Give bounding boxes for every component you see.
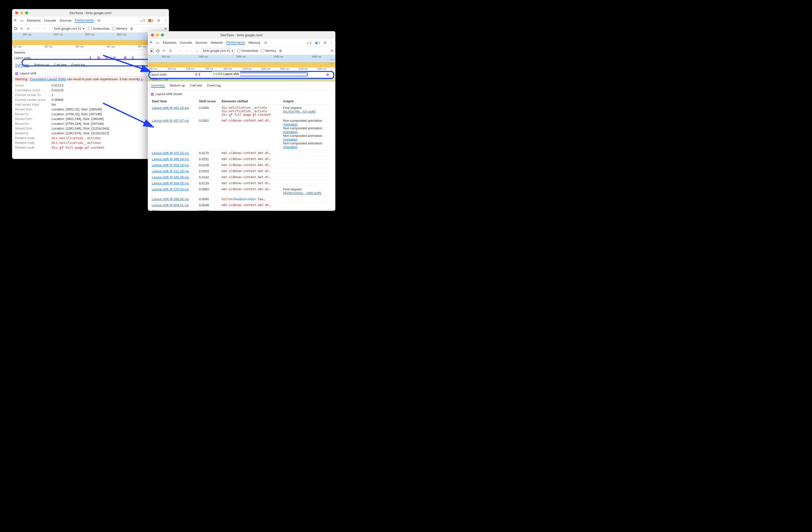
layout-shift-link[interactable]: Layout shift @ 503.26 ms [152, 163, 189, 167]
layout-shift-event[interactable] [98, 56, 100, 59]
dom-node-link[interactable]: mat-sidenav-content.mat-dr… [222, 119, 281, 122]
dom-node-link[interactable]: div.notification__actions [222, 106, 281, 109]
tab-bottomup[interactable]: Bottom-up [34, 63, 49, 67]
capture-settings-icon[interactable]: ⚙ [331, 49, 333, 53]
tab-summary[interactable]: Summary [15, 63, 29, 67]
dom-node-link[interactable]: mat-sidenav-content.mat-dr… [222, 187, 281, 191]
layout-shifts-track[interactable]: Layout shifts 0.0269 Layout shift [148, 72, 335, 78]
dom-node-link[interactable]: mat-sidenav-content.mat-dr… [222, 163, 281, 167]
device-icon[interactable]: ▭ [20, 19, 24, 23]
dom-node-link[interactable]: div.notification__actions [52, 136, 101, 140]
layout-shift-link[interactable]: Layout shift @ 570.53 ms [152, 187, 189, 191]
dom-node-link[interactable]: div.gf-full-page.gf-content [52, 146, 105, 150]
cls-link[interactable]: Cumulative Layout Shifts [30, 77, 66, 81]
frames-track[interactable]: Frames 67.1 ms [148, 78, 335, 82]
culprit-link[interactable]: Animation [283, 123, 298, 126]
tab-sources[interactable]: Sources [195, 41, 207, 44]
layout-shift-event[interactable] [199, 73, 200, 76]
device-icon[interactable]: ▭ [156, 41, 159, 44]
dom-node-link[interactable]: mat-sidenav-content.mat-dr… [222, 151, 281, 155]
layout-shift-link[interactable]: Layout shift @ 441.20 ms [152, 106, 189, 110]
menu-icon[interactable]: ⋮ [164, 19, 167, 23]
tab-eventlog[interactable]: Event log [71, 63, 85, 67]
tab-elements[interactable]: Elements [27, 19, 41, 23]
timeline-overview[interactable]: 997 ms 1997 ms 2997 ms 3997 ms 4997 ms [12, 33, 169, 45]
culprit-link[interactable]: Animation [283, 145, 298, 149]
warnings-badge[interactable]: ▲2 [140, 19, 145, 23]
tab-bottomup[interactable]: Bottom-up [170, 84, 185, 88]
dom-node-link[interactable]: div.notification__actions [52, 141, 101, 145]
network-track[interactable]: Network [12, 50, 169, 55]
tab-console[interactable]: Console [44, 19, 56, 23]
tab-performance[interactable]: Performance [75, 18, 94, 23]
settings-icon[interactable]: ⚙ [323, 41, 327, 44]
record-icon[interactable] [156, 49, 159, 52]
tab-network[interactable]: Network [211, 41, 223, 44]
upload-icon[interactable]: ↑ [36, 27, 40, 30]
layout-shift-event[interactable] [89, 56, 91, 59]
more-tabs-icon[interactable]: ≫ [264, 41, 267, 44]
memory-checkbox[interactable]: Memory [261, 49, 276, 53]
culprit-link[interactable]: HhzMU5Ak9u…p9M.woff2 [283, 191, 321, 195]
dom-node-link[interactable]: div.notification__actions [222, 109, 281, 113]
download-icon[interactable]: ↓ [43, 27, 46, 30]
recording-select[interactable]: fonts.google.com #1▾ [52, 26, 86, 31]
culprit-link[interactable]: Animation [283, 138, 298, 141]
layout-shift-link[interactable]: Layout shift @ 470.53 ms [152, 151, 189, 155]
home-icon[interactable]: ⌂ [194, 49, 199, 53]
clear-icon[interactable]: ⊘ [169, 49, 172, 53]
dom-node-link[interactable]: mat-sidenav-content.mat-dr… [222, 157, 281, 161]
diamond-marker-icon[interactable] [326, 73, 329, 76]
memory-checkbox[interactable]: Memory [112, 27, 127, 30]
dom-node-link[interactable]: div.gf-full-page.gf-content [222, 113, 281, 116]
time-ruler[interactable]: 195 ms 395 ms 595 ms 795 ms 995 ms 1195 … [148, 67, 335, 72]
evolved-link[interactable]: e [141, 77, 143, 81]
menu-icon[interactable]: ⋮ [330, 41, 333, 44]
dom-node-link[interactable]: mat-sidenav-content.mat-dr… [222, 175, 281, 179]
layout-shift-link[interactable]: Layout shift @ 545.09 ms [152, 175, 189, 179]
tab-sources[interactable]: Sources [60, 19, 72, 23]
settings-icon[interactable]: ⚙ [157, 19, 160, 23]
layout-shift-event[interactable] [113, 56, 115, 59]
tab-performance[interactable]: Performance [226, 41, 245, 45]
recording-select[interactable]: fonts.google.com #1▾ [201, 48, 235, 53]
tab-memory[interactable]: Memory [249, 41, 260, 44]
layout-shift-link[interactable]: Layout shift @ 521.16 ms [152, 169, 189, 173]
tab-calltree[interactable]: Call tree [190, 84, 202, 88]
upload-icon[interactable]: ↑ [178, 49, 182, 53]
dom-node-link[interactable]: mat-sidenav-content.mat-dr… [222, 169, 281, 173]
capture-settings-icon[interactable]: ⚙ [164, 27, 167, 30]
inspect-icon[interactable]: ⇱ [14, 19, 17, 23]
layout-shift-link[interactable]: Layout shift @ 457.07 ms [152, 119, 189, 123]
layout-shift-link[interactable]: Layout shift @ 554.05 ms [152, 181, 189, 185]
gc-icon[interactable]: 🗑 [130, 27, 134, 30]
layout-shift-event[interactable] [105, 56, 107, 59]
tab-console[interactable]: Console [180, 41, 192, 44]
panel-toggle-icon[interactable]: ▶ [150, 48, 154, 53]
tab-eventlog[interactable]: Event log [207, 84, 221, 88]
layout-shifts-track[interactable]: Layout shifts [12, 55, 169, 61]
tab-elements[interactable]: Elements [163, 41, 176, 44]
dom-node-link[interactable]: mat-sidenav-content.mat-dr… [222, 181, 281, 185]
layout-shift-event[interactable] [124, 56, 127, 59]
warnings-badge[interactable]: ▲1 [306, 41, 312, 44]
layout-shift-event[interactable] [132, 56, 133, 59]
reload-icon[interactable]: ⟳ [162, 49, 166, 53]
record-icon[interactable] [14, 27, 17, 30]
time-ruler[interactable]: 197 ms 297 ms 397 ms 497 ms 597 ms [12, 45, 169, 50]
inspect-icon[interactable]: ⇱ [150, 41, 153, 44]
layout-shift-link[interactable]: Layout shift @ 588.68 ms [152, 197, 189, 201]
reload-icon[interactable]: ⟳ [19, 27, 24, 30]
download-icon[interactable]: ↓ [185, 49, 189, 53]
screenshots-checkbox[interactable]: Screenshots [88, 27, 110, 30]
layout-shift-link[interactable]: Layout shift @ 486.54 ms [152, 157, 189, 161]
culprit-link[interactable]: Animation [283, 130, 298, 134]
culprit-link[interactable]: t5sJIQcYNI…IUI.woff2 [283, 110, 316, 113]
more-tabs-icon[interactable]: ≫ [97, 19, 101, 23]
gc-icon[interactable]: 🗑 [278, 49, 282, 53]
tab-calltree[interactable]: Call tree [54, 63, 67, 67]
dom-node-link[interactable]: button#feedback-button.fee… [222, 197, 265, 201]
chat-badge[interactable]: ▣1 [315, 41, 320, 44]
dom-node-link[interactable]: mat-sidenav-content.mat-dr… [222, 203, 281, 207]
layout-shift-link[interactable]: Layout shift @ 604.01 ms [152, 203, 189, 207]
